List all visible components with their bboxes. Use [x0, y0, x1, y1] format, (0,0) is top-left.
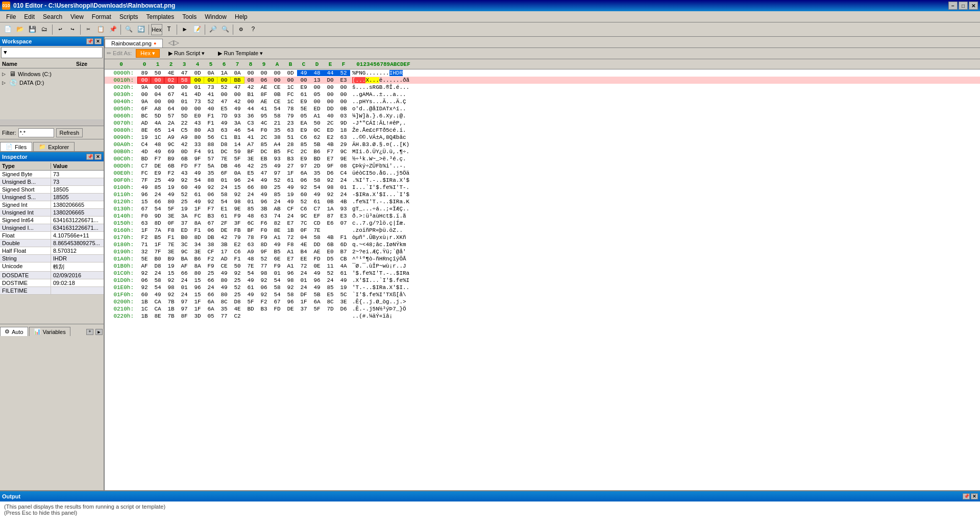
hex-byte[interactable]: F1	[191, 227, 204, 233]
hex-byte[interactable]: 92	[257, 292, 271, 298]
hex-byte[interactable]: 00	[244, 99, 257, 105]
hex-byte[interactable]: E7	[284, 220, 297, 226]
hex-byte[interactable]: 0A	[231, 70, 244, 76]
hex-byte[interactable]: 80	[257, 184, 271, 190]
hex-byte[interactable]: 00	[138, 91, 151, 98]
hex-byte[interactable]: 01	[217, 177, 231, 183]
hex-byte[interactable]: 15	[138, 199, 151, 205]
hex-byte[interactable]: DD	[324, 106, 337, 112]
hex-byte[interactable]: B6	[191, 256, 204, 262]
hex-byte[interactable]: 7E	[244, 263, 257, 269]
scroll-right-button[interactable]: ▷	[174, 37, 179, 48]
hex-byte[interactable]: 91	[204, 149, 217, 155]
hex-byte[interactable]: 24	[217, 184, 231, 190]
hex-byte[interactable]: 21	[271, 120, 284, 126]
hex-byte[interactable]: F4	[191, 149, 204, 155]
hex-byte[interactable]: 9C	[178, 249, 191, 255]
hex-byte[interactable]: A9	[178, 134, 191, 140]
hex-byte[interactable]: 1C	[284, 84, 297, 90]
hex-byte[interactable]: 58	[217, 192, 231, 198]
hex-byte[interactable]: 00	[271, 77, 284, 83]
hex-byte[interactable]: 96	[231, 177, 244, 183]
hex-byte[interactable]: 41	[257, 106, 271, 112]
hex-byte[interactable]: 7E	[217, 156, 231, 162]
hex-byte[interactable]: 78	[284, 106, 297, 112]
hex-byte[interactable]: 06	[138, 277, 151, 283]
hex-byte[interactable]: 3E	[244, 156, 257, 162]
hex-byte[interactable]: 8D	[257, 242, 271, 248]
hex-byte[interactable]: E7	[324, 156, 337, 162]
hex-byte[interactable]: 57	[164, 113, 178, 119]
hex-byte[interactable]: C2	[231, 313, 244, 319]
hex-byte[interactable]: 24	[244, 192, 257, 198]
hex-byte[interactable]: 01	[244, 199, 257, 205]
hex-byte[interactable]: 1F	[151, 242, 164, 248]
hex-byte[interactable]: 93	[231, 113, 244, 119]
hex-byte[interactable]: DE	[151, 163, 164, 169]
hex-byte[interactable]: AD	[217, 256, 231, 262]
hex-byte[interactable]: FC	[191, 213, 204, 219]
hex-byte[interactable]: 6B	[164, 163, 178, 169]
rainbowcat-tab[interactable]: Rainbowcat.png ●	[105, 39, 163, 47]
hex-content[interactable]: 0000h:89504E470D0A1A0A0000000D49484452%P…	[105, 69, 980, 490]
hex-byte[interactable]: 8C	[324, 299, 337, 305]
hex-byte[interactable]: 9D	[151, 213, 164, 219]
hex-byte[interactable]: 49	[257, 192, 271, 198]
hex-byte[interactable]: 63	[337, 134, 350, 140]
hex-byte[interactable]: A1	[284, 249, 297, 255]
replace-button[interactable]: 🔄	[135, 24, 146, 35]
hex-byte[interactable]: 92	[178, 177, 191, 183]
hex-byte[interactable]: 40	[324, 113, 337, 119]
hex-byte[interactable]: BF	[244, 149, 257, 155]
hex-byte[interactable]: 9C	[297, 213, 310, 219]
hex-byte[interactable]: 4D	[138, 149, 151, 155]
hex-byte[interactable]: A1	[284, 263, 297, 269]
hex-byte[interactable]: 00	[297, 77, 310, 83]
hex-byte[interactable]: 63	[138, 220, 151, 226]
hex-byte[interactable]: 8F	[178, 313, 191, 319]
hex-byte[interactable]: 67	[164, 91, 178, 98]
inspector-pin-button[interactable]: 📌	[86, 154, 93, 160]
hex-byte[interactable]: 8C	[217, 299, 231, 305]
hex-byte[interactable]: 14	[231, 141, 244, 148]
hex-byte[interactable]: 88	[204, 141, 217, 148]
hex-byte[interactable]: 8E	[138, 127, 151, 133]
hex-byte[interactable]: 06	[257, 77, 271, 83]
close-button[interactable]: ✕	[969, 2, 978, 10]
hex-byte[interactable]: 04	[297, 234, 310, 241]
hex-byte[interactable]: 8E	[151, 313, 164, 319]
hex-byte[interactable]: 24	[324, 277, 337, 283]
hex-byte[interactable]: 49	[244, 277, 257, 283]
hex-byte[interactable]: EE	[297, 256, 310, 262]
hex-byte[interactable]: 73	[191, 99, 204, 105]
hex-byte[interactable]: AE	[310, 249, 324, 255]
hex-byte[interactable]: 33	[191, 141, 204, 148]
hex-byte[interactable]: 49	[244, 292, 257, 298]
hex-byte[interactable]: DB	[217, 163, 231, 169]
hex-byte[interactable]: 05	[204, 313, 217, 319]
hex-byte[interactable]: 24	[337, 177, 350, 183]
hex-byte[interactable]: 92	[204, 184, 217, 190]
hex-byte[interactable]: 98	[164, 284, 178, 291]
hex-byte[interactable]: 52	[337, 70, 350, 76]
hex-byte[interactable]: 24	[178, 277, 191, 283]
hex-byte[interactable]: 92	[257, 277, 271, 283]
hex-byte[interactable]: 48	[244, 256, 257, 262]
hex-byte[interactable]: 61	[310, 199, 324, 205]
hex-byte[interactable]: 49	[217, 284, 231, 291]
hex-byte[interactable]: 7D	[324, 306, 337, 312]
auto-tab[interactable]: ⚙ Auto	[0, 327, 28, 336]
hex-byte[interactable]: B5	[271, 149, 284, 155]
hex-byte[interactable]: 25	[178, 199, 191, 205]
hex-byte[interactable]: 52	[257, 256, 271, 262]
hex-byte[interactable]: 7E	[164, 242, 178, 248]
hex-byte[interactable]: 96	[138, 192, 151, 198]
menu-window[interactable]: Window	[201, 12, 231, 21]
hex-byte[interactable]: 80	[217, 277, 231, 283]
hex-byte[interactable]: C6	[297, 206, 310, 212]
hex-byte[interactable]: DB	[204, 234, 217, 241]
hex-byte[interactable]: 3B	[257, 206, 271, 212]
hex-byte[interactable]: 97	[178, 299, 191, 305]
hex-byte[interactable]: 07	[337, 220, 350, 226]
hex-byte[interactable]: 80	[191, 127, 204, 133]
